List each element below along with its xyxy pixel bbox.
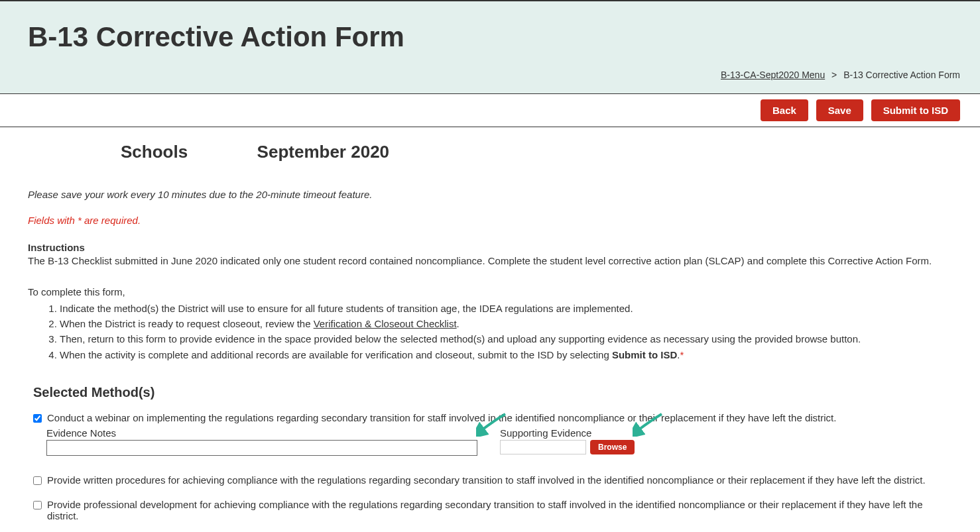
subheader: Schools September 2020 [121,142,952,162]
action-bar: Back Save Submit to ISD [0,94,980,127]
instructions-body: The B-13 Checklist submitted in June 202… [28,253,952,362]
method-row-2: Provide written procedures for achieving… [28,474,952,486]
evidence-notes-label: Evidence Notes [46,427,477,439]
submit-to-isd-button[interactable]: Submit to ISD [871,99,960,121]
method-row-3: Provide professional development for ach… [28,499,952,521]
content-area: Schools September 2020 Please save your … [0,127,980,532]
method-1-evidence: Evidence Notes Supporting Evidence Brows… [46,427,952,456]
instructions-heading: Instructions [28,242,952,253]
required-notice: Fields with * are required. [28,215,952,226]
page-header: B-13 Corrective Action Form B-13-CA-Sept… [0,0,980,94]
subheader-schools: Schools [121,142,188,162]
instruction-step-4: When the activity is complete and additi… [60,347,952,362]
evidence-notes-input[interactable] [46,440,477,456]
method-row-1: Conduct a webinar on implementing the re… [28,412,952,423]
breadcrumb: B-13-CA-Sept2020 Menu > B-13 Corrective … [28,70,960,80]
required-asterisk: * [680,349,684,360]
page-title: B-13 Corrective Action Form [28,21,960,53]
verification-closeout-link[interactable]: Verification & Closeout Checklist [314,318,457,329]
breadcrumb-current: B-13 Corrective Action Form [843,70,960,80]
instruction-step-3: Then, return to this form to provide evi… [60,331,952,346]
save-button[interactable]: Save [816,99,863,121]
method-1-label: Conduct a webinar on implementing the re… [47,412,952,423]
subheader-period: September 2020 [257,142,389,162]
breadcrumb-link[interactable]: B-13-CA-Sept2020 Menu [721,70,825,80]
method-2-label: Provide written procedures for achieving… [47,474,952,486]
method-2-checkbox[interactable] [33,476,42,485]
supporting-evidence-column: Supporting Evidence Browse [500,427,635,454]
instruction-step-1: Indicate the method(s) the District will… [60,301,952,316]
method-1-checkbox[interactable] [33,414,42,423]
instructions-lead: To complete this form, [28,284,952,299]
supporting-evidence-label: Supporting Evidence [500,427,635,439]
instruction-step-2: When the District is ready to request cl… [60,316,952,331]
method-3-label: Provide professional development for ach… [47,499,952,521]
supporting-evidence-input[interactable] [500,440,586,454]
breadcrumb-separator: > [831,70,837,80]
selected-methods-heading: Selected Method(s) [33,385,952,400]
back-button[interactable]: Back [761,99,808,121]
method-3-checkbox[interactable] [33,501,42,509]
browse-button[interactable]: Browse [590,440,635,454]
save-notice: Please save your work every 10 minutes d… [28,189,952,200]
evidence-notes-column: Evidence Notes [46,427,477,456]
instructions-intro: The B-13 Checklist submitted in June 202… [28,253,952,268]
